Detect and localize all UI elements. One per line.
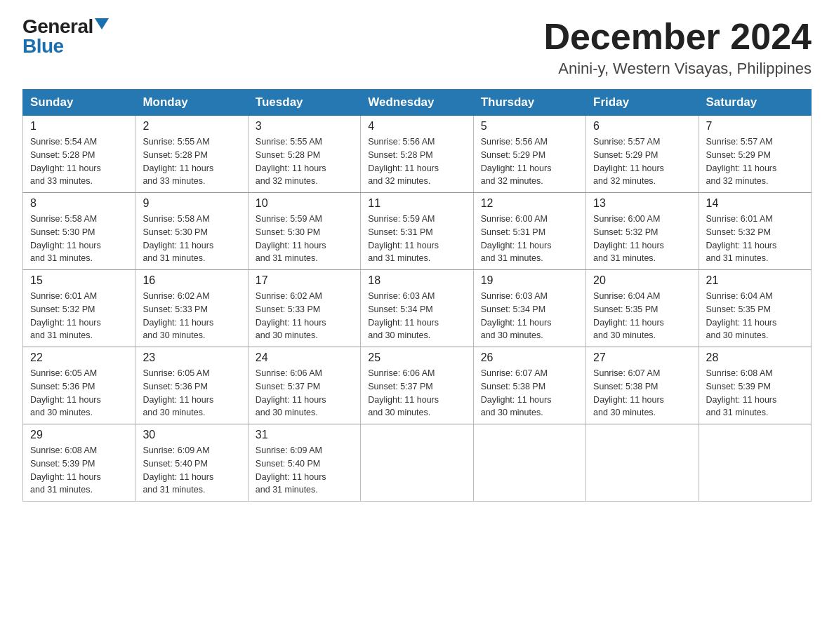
day-number: 17 xyxy=(256,274,353,287)
day-number: 10 xyxy=(256,197,353,210)
logo-general: General xyxy=(22,17,93,36)
calendar-week-row: 1Sunrise: 5:54 AM Sunset: 5:28 PM Daylig… xyxy=(23,116,812,193)
day-info: Sunrise: 6:05 AM Sunset: 5:36 PM Dayligh… xyxy=(30,367,128,420)
calendar-day-cell: 27Sunrise: 6:07 AM Sunset: 5:38 PM Dayli… xyxy=(586,347,699,424)
day-number: 28 xyxy=(706,351,804,364)
day-info: Sunrise: 6:04 AM Sunset: 5:35 PM Dayligh… xyxy=(593,290,691,342)
day-info: Sunrise: 6:07 AM Sunset: 5:38 PM Dayligh… xyxy=(593,367,691,420)
day-number: 6 xyxy=(593,120,691,133)
day-number: 18 xyxy=(368,274,465,287)
day-number: 5 xyxy=(481,120,578,133)
page-header: General Blue December 2024 Anini-y, West… xyxy=(22,17,812,78)
day-info: Sunrise: 6:03 AM Sunset: 5:34 PM Dayligh… xyxy=(368,290,465,342)
calendar-day-cell: 16Sunrise: 6:02 AM Sunset: 5:33 PM Dayli… xyxy=(135,270,248,347)
calendar-day-cell: 9Sunrise: 5:58 AM Sunset: 5:30 PM Daylig… xyxy=(135,193,248,270)
calendar-day-cell: 12Sunrise: 6:00 AM Sunset: 5:31 PM Dayli… xyxy=(473,193,585,270)
day-number: 13 xyxy=(593,197,691,210)
day-number: 31 xyxy=(256,429,353,441)
weekday-header-tuesday: Tuesday xyxy=(248,90,360,116)
calendar-day-cell xyxy=(361,424,473,502)
calendar-day-cell: 3Sunrise: 5:55 AM Sunset: 5:28 PM Daylig… xyxy=(248,116,360,193)
day-info: Sunrise: 6:09 AM Sunset: 5:40 PM Dayligh… xyxy=(256,444,353,497)
calendar-day-cell: 22Sunrise: 6:05 AM Sunset: 5:36 PM Dayli… xyxy=(23,347,135,424)
day-number: 12 xyxy=(481,197,578,210)
day-number: 21 xyxy=(706,274,804,287)
day-number: 27 xyxy=(593,351,691,364)
day-number: 22 xyxy=(30,351,128,364)
day-info: Sunrise: 5:56 AM Sunset: 5:28 PM Dayligh… xyxy=(368,135,465,188)
day-info: Sunrise: 6:03 AM Sunset: 5:34 PM Dayligh… xyxy=(481,290,578,342)
day-info: Sunrise: 5:59 AM Sunset: 5:30 PM Dayligh… xyxy=(256,213,353,265)
weekday-header-sunday: Sunday xyxy=(23,90,135,116)
calendar-day-cell: 18Sunrise: 6:03 AM Sunset: 5:34 PM Dayli… xyxy=(361,270,473,347)
calendar-day-cell: 1Sunrise: 5:54 AM Sunset: 5:28 PM Daylig… xyxy=(23,116,135,193)
calendar-day-cell: 24Sunrise: 6:06 AM Sunset: 5:37 PM Dayli… xyxy=(248,347,360,424)
day-number: 1 xyxy=(30,120,128,133)
day-number: 24 xyxy=(256,351,353,364)
weekday-header-thursday: Thursday xyxy=(473,90,585,116)
day-info: Sunrise: 6:04 AM Sunset: 5:35 PM Dayligh… xyxy=(706,290,804,342)
weekday-header-monday: Monday xyxy=(135,90,248,116)
day-info: Sunrise: 5:57 AM Sunset: 5:29 PM Dayligh… xyxy=(706,135,804,188)
day-info: Sunrise: 6:09 AM Sunset: 5:40 PM Dayligh… xyxy=(143,444,240,497)
logo-triangle-icon xyxy=(95,18,109,29)
logo: General Blue xyxy=(22,17,109,56)
calendar-day-cell: 5Sunrise: 5:56 AM Sunset: 5:29 PM Daylig… xyxy=(473,116,585,193)
day-info: Sunrise: 6:06 AM Sunset: 5:37 PM Dayligh… xyxy=(256,367,353,420)
day-info: Sunrise: 6:05 AM Sunset: 5:36 PM Dayligh… xyxy=(143,367,240,420)
calendar-day-cell: 29Sunrise: 6:08 AM Sunset: 5:39 PM Dayli… xyxy=(23,424,135,502)
calendar-day-cell xyxy=(699,424,811,502)
calendar-day-cell: 15Sunrise: 6:01 AM Sunset: 5:32 PM Dayli… xyxy=(23,270,135,347)
day-info: Sunrise: 5:57 AM Sunset: 5:29 PM Dayligh… xyxy=(593,135,691,188)
calendar-week-row: 8Sunrise: 5:58 AM Sunset: 5:30 PM Daylig… xyxy=(23,193,812,270)
day-number: 3 xyxy=(256,120,353,133)
day-info: Sunrise: 5:59 AM Sunset: 5:31 PM Dayligh… xyxy=(368,213,465,265)
calendar-day-cell: 31Sunrise: 6:09 AM Sunset: 5:40 PM Dayli… xyxy=(248,424,360,502)
day-info: Sunrise: 6:01 AM Sunset: 5:32 PM Dayligh… xyxy=(30,290,128,342)
weekday-header-saturday: Saturday xyxy=(699,90,811,116)
day-info: Sunrise: 6:06 AM Sunset: 5:37 PM Dayligh… xyxy=(368,367,465,420)
day-number: 11 xyxy=(368,197,465,210)
day-info: Sunrise: 5:55 AM Sunset: 5:28 PM Dayligh… xyxy=(256,135,353,188)
calendar-day-cell: 13Sunrise: 6:00 AM Sunset: 5:32 PM Dayli… xyxy=(586,193,699,270)
calendar-table: SundayMondayTuesdayWednesdayThursdayFrid… xyxy=(22,89,812,502)
calendar-day-cell: 25Sunrise: 6:06 AM Sunset: 5:37 PM Dayli… xyxy=(361,347,473,424)
calendar-day-cell: 11Sunrise: 5:59 AM Sunset: 5:31 PM Dayli… xyxy=(361,193,473,270)
calendar-day-cell: 28Sunrise: 6:08 AM Sunset: 5:39 PM Dayli… xyxy=(699,347,811,424)
day-info: Sunrise: 6:01 AM Sunset: 5:32 PM Dayligh… xyxy=(706,213,804,265)
day-info: Sunrise: 6:08 AM Sunset: 5:39 PM Dayligh… xyxy=(30,444,128,497)
calendar-day-cell: 23Sunrise: 6:05 AM Sunset: 5:36 PM Dayli… xyxy=(135,347,248,424)
calendar-day-cell: 17Sunrise: 6:02 AM Sunset: 5:33 PM Dayli… xyxy=(248,270,360,347)
weekday-header-wednesday: Wednesday xyxy=(361,90,473,116)
calendar-day-cell: 26Sunrise: 6:07 AM Sunset: 5:38 PM Dayli… xyxy=(473,347,585,424)
calendar-week-row: 29Sunrise: 6:08 AM Sunset: 5:39 PM Dayli… xyxy=(23,424,812,502)
calendar-day-cell: 8Sunrise: 5:58 AM Sunset: 5:30 PM Daylig… xyxy=(23,193,135,270)
calendar-day-cell: 21Sunrise: 6:04 AM Sunset: 5:35 PM Dayli… xyxy=(699,270,811,347)
day-number: 4 xyxy=(368,120,465,133)
day-info: Sunrise: 5:58 AM Sunset: 5:30 PM Dayligh… xyxy=(30,213,128,265)
day-number: 26 xyxy=(481,351,578,364)
day-info: Sunrise: 6:02 AM Sunset: 5:33 PM Dayligh… xyxy=(143,290,240,342)
calendar-day-cell: 6Sunrise: 5:57 AM Sunset: 5:29 PM Daylig… xyxy=(586,116,699,193)
day-number: 2 xyxy=(143,120,240,133)
day-number: 8 xyxy=(30,197,128,210)
weekday-header-row: SundayMondayTuesdayWednesdayThursdayFrid… xyxy=(23,90,812,116)
day-number: 16 xyxy=(143,274,240,287)
calendar-day-cell: 30Sunrise: 6:09 AM Sunset: 5:40 PM Dayli… xyxy=(135,424,248,502)
title-block: December 2024 Anini-y, Western Visayas, … xyxy=(543,17,812,78)
calendar-day-cell xyxy=(586,424,699,502)
logo-blue: Blue xyxy=(22,35,64,57)
day-info: Sunrise: 5:54 AM Sunset: 5:28 PM Dayligh… xyxy=(30,135,128,188)
day-info: Sunrise: 5:56 AM Sunset: 5:29 PM Dayligh… xyxy=(481,135,578,188)
calendar-day-cell: 20Sunrise: 6:04 AM Sunset: 5:35 PM Dayli… xyxy=(586,270,699,347)
day-number: 7 xyxy=(706,120,804,133)
day-number: 29 xyxy=(30,429,128,441)
day-info: Sunrise: 6:08 AM Sunset: 5:39 PM Dayligh… xyxy=(706,367,804,420)
day-number: 25 xyxy=(368,351,465,364)
day-number: 20 xyxy=(593,274,691,287)
day-info: Sunrise: 6:00 AM Sunset: 5:32 PM Dayligh… xyxy=(593,213,691,265)
day-number: 15 xyxy=(30,274,128,287)
calendar-body: 1Sunrise: 5:54 AM Sunset: 5:28 PM Daylig… xyxy=(23,116,812,502)
calendar-day-cell: 19Sunrise: 6:03 AM Sunset: 5:34 PM Dayli… xyxy=(473,270,585,347)
day-info: Sunrise: 6:02 AM Sunset: 5:33 PM Dayligh… xyxy=(256,290,353,342)
